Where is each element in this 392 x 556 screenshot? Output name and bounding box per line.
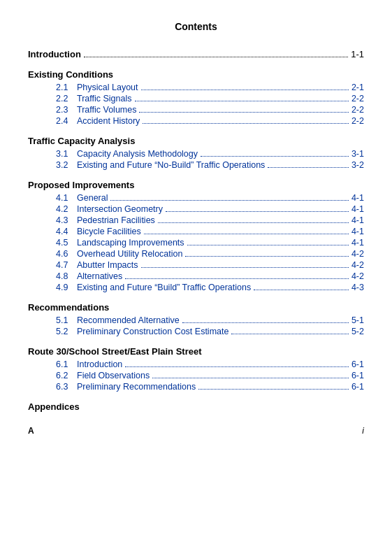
entry-title: Traffic Volumes <box>77 105 136 115</box>
intro-entry: Introduction 1-1 <box>28 49 364 59</box>
entry-title: Preliminary Recommendations <box>77 382 196 392</box>
entry-title: Traffic Signals <box>77 94 132 104</box>
entry-number: 2.4 <box>56 116 77 126</box>
intro-label: Introduction <box>28 49 81 59</box>
section-heading-recommendations: Recommendations <box>28 302 364 313</box>
entry-page: 2-2 <box>351 94 364 104</box>
entry-dots <box>141 267 349 268</box>
entry-page: 3-1 <box>351 149 364 159</box>
entry-number: 4.3 <box>56 215 77 225</box>
toc-entry: 5.2Preliminary Construction Cost Estimat… <box>28 327 364 336</box>
entry-page: 4-1 <box>351 204 364 214</box>
entry-number: 4.6 <box>56 249 77 259</box>
entry-number: 4.2 <box>56 204 77 214</box>
entry-number: 4.9 <box>56 283 77 292</box>
entry-title: Existing and Future “Build” Traffic Oper… <box>77 283 251 292</box>
entry-title: Field Observations <box>77 371 150 380</box>
toc-entry: 4.9Existing and Future “Build” Traffic O… <box>28 283 364 292</box>
entry-page: 4-2 <box>351 260 364 270</box>
entry-dots <box>135 101 349 101</box>
entry-dots <box>125 366 349 367</box>
footer: A i <box>28 426 364 436</box>
entry-page: 6-1 <box>351 371 364 380</box>
toc-entry: 6.3Preliminary Recommendations6-1 <box>28 382 364 392</box>
entry-number: 6.2 <box>56 371 77 380</box>
entry-page: 5-2 <box>351 327 364 336</box>
entry-page: 2-1 <box>351 83 364 92</box>
entry-dots <box>143 123 349 124</box>
entry-page: 4-2 <box>351 271 364 281</box>
entry-title: Introduction <box>77 359 122 369</box>
entry-dots <box>166 211 349 212</box>
section-heading-existing-conditions: Existing Conditions <box>28 69 364 80</box>
section-heading-route-30: Route 30/School Street/East Plain Street <box>28 346 364 357</box>
entry-title: Preliminary Construction Cost Estimate <box>77 327 228 336</box>
entry-number: 3.2 <box>56 160 77 170</box>
entry-number: 4.4 <box>56 227 77 236</box>
toc-entry: 4.2Intersection Geometry4-1 <box>28 204 364 214</box>
entry-number: 2.3 <box>56 105 77 115</box>
section-appendices: Appendices <box>28 401 364 412</box>
toc-sections: Existing Conditions2.1Physical Layout2-1… <box>28 69 364 412</box>
section-route-30: Route 30/School Street/East Plain Street… <box>28 346 364 392</box>
entry-title: Physical Layout <box>77 83 138 92</box>
section-existing-conditions: Existing Conditions2.1Physical Layout2-1… <box>28 69 364 126</box>
footer-right: i <box>362 426 364 436</box>
entry-page: 4-3 <box>351 283 364 292</box>
section-traffic-capacity-analysis: Traffic Capacity Analysis3.1Capacity Ana… <box>28 136 364 170</box>
entry-number: 5.1 <box>56 315 77 325</box>
entry-dots <box>268 167 349 168</box>
toc-entry: 4.4Bicycle Facilities4-1 <box>28 227 364 236</box>
toc-entry: 4.8Alternatives4-2 <box>28 271 364 281</box>
toc-entry: 4.7Abutter Impacts4-2 <box>28 260 364 270</box>
section-heading-proposed-improvements: Proposed Improvements <box>28 180 364 190</box>
entry-page: 4-2 <box>351 249 364 259</box>
entry-title: Bicycle Facilities <box>77 227 141 236</box>
entry-dots <box>254 290 349 290</box>
entry-number: 4.8 <box>56 271 77 281</box>
entry-number: 6.1 <box>56 359 77 369</box>
entry-dots <box>139 112 348 113</box>
entry-title: Pedestrian Facilities <box>77 215 155 225</box>
toc-entry: 4.3Pedestrian Facilities4-1 <box>28 215 364 225</box>
toc-entry: 4.1General4-1 <box>28 193 364 203</box>
entry-title: Overhead Utility Relocation <box>77 249 182 259</box>
toc-entry: 4.6Overhead Utility Relocation4-2 <box>28 249 364 259</box>
entry-page: 4-1 <box>351 227 364 236</box>
entry-page: 5-1 <box>351 315 364 325</box>
entry-title: Alternatives <box>77 271 122 281</box>
entry-page: 6-1 <box>351 382 364 392</box>
toc-entry: 2.2Traffic Signals2-2 <box>28 94 364 104</box>
toc-entry: 2.1Physical Layout2-1 <box>28 83 364 92</box>
intro-dots <box>84 57 348 57</box>
entry-dots <box>152 378 349 378</box>
footer-left: A <box>28 426 34 436</box>
entry-number: 4.7 <box>56 260 77 270</box>
entry-dots <box>158 222 349 223</box>
entry-title: Recommended Alternative <box>77 315 180 325</box>
entry-title: Abutter Impacts <box>77 260 138 270</box>
entry-title: Landscaping Improvements <box>77 238 184 248</box>
entry-number: 2.2 <box>56 94 77 104</box>
entry-number: 6.3 <box>56 382 77 392</box>
page-title: Contents <box>28 21 364 32</box>
toc-entry: 3.1Capacity Analysis Methodology3-1 <box>28 149 364 159</box>
entry-number: 5.2 <box>56 327 77 336</box>
entry-dots <box>201 156 349 157</box>
section-recommendations: Recommendations5.1Recommended Alternativ… <box>28 302 364 336</box>
section-heading-traffic-capacity-analysis: Traffic Capacity Analysis <box>28 136 364 146</box>
entry-title: Accident History <box>77 116 140 126</box>
toc-entry: 2.3Traffic Volumes2-2 <box>28 105 364 115</box>
entry-dots <box>182 322 349 323</box>
entry-title: Intersection Geometry <box>77 204 163 214</box>
entry-title: Capacity Analysis Methodology <box>77 149 198 159</box>
section-proposed-improvements: Proposed Improvements4.1General4-14.2Int… <box>28 180 364 292</box>
toc-entry: 6.2Field Observations6-1 <box>28 371 364 380</box>
entry-title: General <box>77 193 108 203</box>
entry-page: 4-1 <box>351 193 364 203</box>
toc-entry: 6.1Introduction6-1 <box>28 359 364 369</box>
entry-number: 4.5 <box>56 238 77 248</box>
entry-dots <box>185 256 348 257</box>
entry-page: 4-1 <box>351 215 364 225</box>
entry-page: 4-1 <box>351 238 364 248</box>
